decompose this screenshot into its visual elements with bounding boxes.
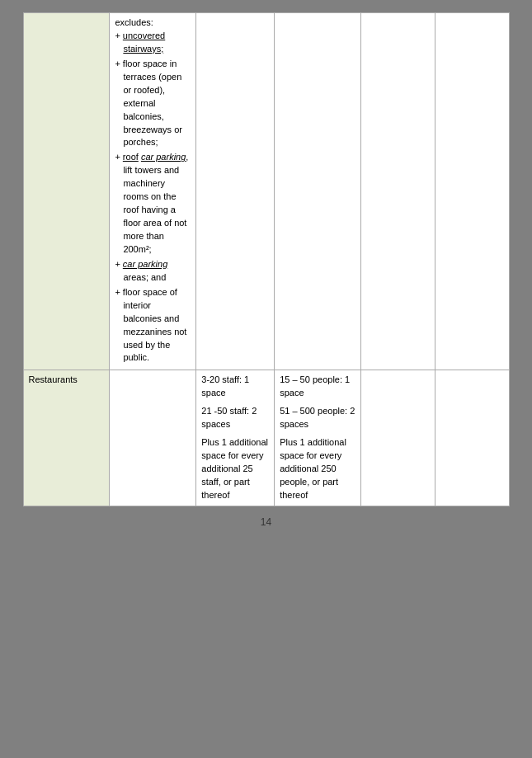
restaurants-label: Restaurants — [29, 374, 105, 386]
staff-line-2: 21 -50 staff: 2 spaces — [201, 405, 269, 431]
staff-line-1: 3-20 staff: 1 space — [201, 374, 269, 400]
uncovered-stairways: uncovered stairways; — [123, 31, 165, 54]
exclusions-list: uncovered stairways; floor space in terr… — [115, 30, 191, 365]
restaurants-staff-cell: 3-20 staff: 1 space 21 -50 staff: 2 spac… — [196, 370, 275, 506]
people-line-2: 51 – 500 people: 2 spaces — [280, 405, 355, 431]
restaurants-people-content: 15 – 50 people: 1 space 51 – 500 people:… — [280, 374, 355, 501]
car-parking-2: car parking — [123, 259, 167, 269]
restaurants-people-cell: 15 – 50 people: 1 space 51 – 500 people:… — [275, 370, 361, 506]
exclusions-row: excludes: uncovered stairways; floor spa… — [23, 13, 509, 370]
restaurants-row: Restaurants 3-20 staff: 1 space 21 -50 s… — [23, 370, 509, 506]
exclusion-item-3: roof car parking, lift towers and machin… — [115, 151, 191, 257]
exclusion-item-1: uncovered stairways; — [115, 30, 191, 56]
exclusions-col5 — [361, 13, 435, 370]
exclusions-col6 — [435, 13, 509, 370]
staff-line-3: Plus 1 additional space for every additi… — [201, 436, 269, 502]
exclusions-text: excludes: uncovered stairways; floor spa… — [115, 16, 191, 365]
restaurants-col6 — [435, 370, 509, 506]
page-number: 14 — [0, 506, 532, 538]
restaurants-col2 — [110, 370, 196, 506]
restaurants-label-cell: Restaurants — [23, 370, 110, 506]
exclusions-content-cell: excludes: uncovered stairways; floor spa… — [110, 13, 196, 370]
exclusions-col3 — [196, 13, 275, 370]
exclusions-col4 — [275, 13, 361, 370]
exclusion-item-4: car parking areas; and — [115, 258, 191, 285]
excludes-intro: excludes: — [115, 16, 191, 30]
exclusion-item-2: floor space in terraces (open or roofed)… — [115, 58, 191, 150]
exclusions-label-cell — [23, 13, 110, 370]
people-line-1: 15 – 50 people: 1 space — [280, 374, 355, 400]
people-line-3: Plus 1 additional space for every additi… — [280, 436, 355, 502]
roof-text: roof — [123, 152, 139, 162]
car-parking-1: car parking — [141, 152, 186, 162]
restaurants-staff-content: 3-20 staff: 1 space 21 -50 staff: 2 spac… — [201, 374, 269, 501]
restaurants-col5 — [361, 370, 435, 506]
exclusion-item-5: floor space of interior balconies and me… — [115, 286, 191, 365]
